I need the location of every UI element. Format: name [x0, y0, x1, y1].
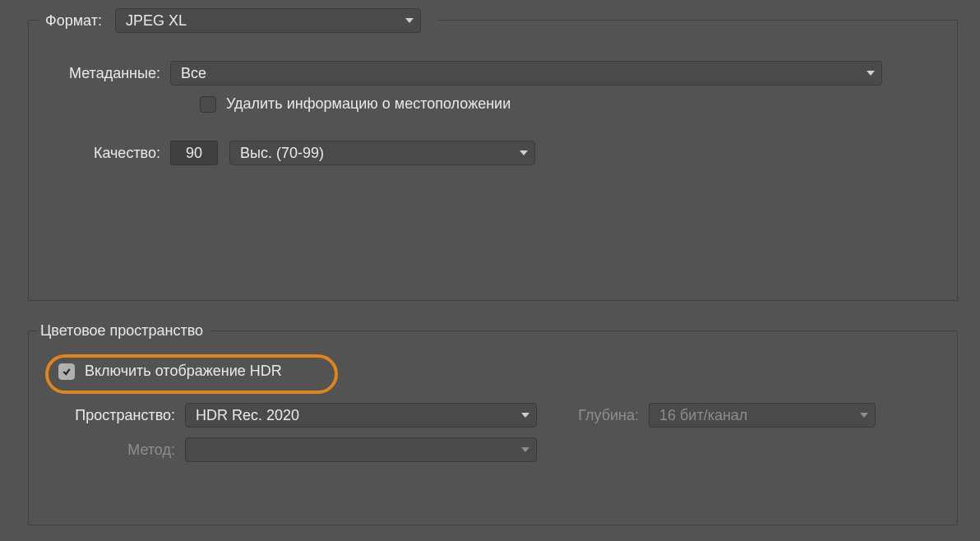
method-select	[185, 437, 537, 462]
chevron-down-icon	[521, 413, 529, 418]
chevron-down-icon	[405, 18, 414, 23]
format-select[interactable]: JPEG XL	[115, 8, 421, 33]
check-icon	[62, 367, 72, 377]
color-space-fieldset: Цветовое пространство Включить отображен…	[28, 322, 958, 525]
method-label: Метод:	[45, 442, 185, 459]
depth-select-value: 16 бит/канал	[659, 407, 747, 424]
format-fieldset: Формат: JPEG XL Метаданные: Все Удалить …	[28, 20, 958, 301]
chevron-down-icon	[860, 413, 868, 418]
chevron-down-icon	[521, 447, 529, 452]
format-select-value: JPEG XL	[126, 12, 187, 30]
quality-preset-select[interactable]: Выс. (70-99)	[229, 141, 535, 165]
depth-select: 16 бит/канал	[649, 403, 876, 428]
remove-location-checkbox[interactable]	[200, 96, 216, 113]
color-space-legend: Цветовое пространство	[37, 322, 210, 340]
space-select-value: HDR Rec. 2020	[196, 407, 299, 424]
enable-hdr-label: Включить отображение HDR	[85, 363, 282, 380]
quality-input[interactable]	[170, 141, 218, 165]
quality-preset-value: Выс. (70-99)	[240, 145, 324, 162]
metadata-select-value: Все	[181, 65, 206, 82]
format-label: Формат:	[45, 12, 104, 30]
depth-label: Глубина:	[537, 407, 649, 424]
metadata-label: Метаданные:	[45, 65, 170, 82]
remove-location-label: Удалить информацию о местоположении	[226, 95, 511, 113]
enable-hdr-checkbox[interactable]	[58, 363, 75, 380]
chevron-down-icon	[867, 71, 875, 76]
space-label: Пространство:	[45, 407, 185, 424]
metadata-select[interactable]: Все	[170, 61, 882, 86]
chevron-down-icon	[520, 150, 528, 155]
space-select[interactable]: HDR Rec. 2020	[185, 403, 537, 428]
quality-label: Качество:	[45, 145, 170, 162]
